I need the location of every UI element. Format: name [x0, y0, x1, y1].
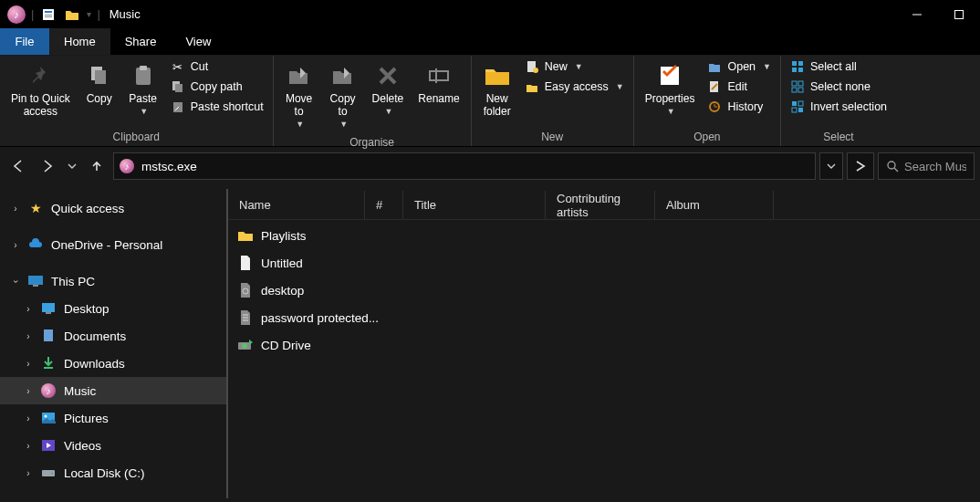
nav-local-disk[interactable]: › Local Disk (C:): [0, 459, 228, 486]
list-item[interactable]: password protected...: [228, 304, 980, 331]
invert-selection-icon: [790, 99, 805, 114]
file-list[interactable]: Playlists Untitled desktop password prot…: [228, 220, 980, 359]
group-new-label: New: [477, 129, 628, 146]
svg-rect-13: [430, 71, 448, 80]
col-album[interactable]: Album: [655, 191, 774, 219]
svg-rect-25: [798, 81, 803, 86]
chevron-right-icon[interactable]: ›: [11, 204, 20, 214]
ribbon-tab-strip: File Home Share View: [0, 28, 980, 56]
copy-path-button[interactable]: Copy path: [167, 78, 267, 96]
rename-button[interactable]: Rename: [412, 58, 464, 109]
easy-access-label: Easy access: [545, 80, 609, 93]
svg-rect-7: [95, 70, 106, 84]
nav-onedrive-label: OneDrive - Personal: [51, 238, 162, 252]
file-name: password protected...: [261, 311, 379, 325]
qat-properties-icon[interactable]: [39, 5, 57, 24]
select-none-button[interactable]: Select none: [787, 78, 891, 96]
properties-button[interactable]: Properties▼: [640, 58, 701, 121]
qat-sep-1: |: [31, 7, 34, 21]
select-all-button[interactable]: Select all: [787, 58, 891, 76]
address-history-button[interactable]: [819, 152, 843, 180]
back-button[interactable]: [5, 153, 31, 179]
chevron-down-icon: ▼: [575, 62, 583, 71]
open-button[interactable]: Open▼: [704, 58, 775, 76]
pin-to-quick-access-button[interactable]: Pin to Quick access: [5, 58, 76, 121]
nav-onedrive[interactable]: › OneDrive - Personal: [0, 231, 228, 258]
chevron-down-icon[interactable]: ›: [11, 277, 21, 286]
tab-file[interactable]: File: [0, 28, 49, 55]
up-button[interactable]: [84, 153, 109, 179]
quick-access-toolbar: ♪ | ▾ |: [0, 5, 100, 24]
cd-drive-icon: [237, 337, 254, 353]
chevron-right-icon[interactable]: ›: [24, 441, 33, 451]
minimize-button[interactable]: [896, 0, 938, 28]
select-none-icon: [790, 79, 805, 94]
nav-documents[interactable]: › Documents: [0, 322, 228, 350]
chevron-right-icon[interactable]: ›: [11, 240, 20, 250]
col-title[interactable]: Title: [403, 191, 546, 219]
cut-button[interactable]: ✂Cut: [167, 58, 267, 76]
chevron-right-icon[interactable]: ›: [24, 468, 33, 478]
qat-menu-caret[interactable]: ▾: [87, 9, 91, 19]
move-to-button[interactable]: Move to▼: [279, 58, 319, 134]
history-button[interactable]: History: [704, 98, 775, 116]
edit-button[interactable]: Edit: [704, 78, 775, 96]
list-item[interactable]: CD Drive: [228, 331, 980, 359]
nav-music[interactable]: › ♪ Music: [0, 377, 228, 404]
navigation-pane[interactable]: › ★ Quick access › OneDrive - Personal ›…: [0, 185, 228, 502]
nav-downloads[interactable]: › Downloads: [0, 350, 228, 377]
list-item[interactable]: Playlists: [228, 222, 980, 249]
paste-button[interactable]: Paste ▼: [123, 58, 163, 121]
tab-home[interactable]: Home: [49, 28, 110, 55]
group-clipboard: Pin to Quick access Copy Paste ▼ ✂Cut Co…: [0, 56, 274, 146]
drive-icon: [40, 465, 57, 481]
col-artists[interactable]: Contributing artists: [546, 191, 655, 219]
forward-button[interactable]: [35, 153, 60, 179]
new-item-button[interactable]: New▼: [521, 58, 628, 76]
nav-this-pc[interactable]: › This PC: [0, 267, 228, 295]
col-track[interactable]: #: [365, 191, 403, 219]
maximize-button[interactable]: [938, 0, 980, 28]
invert-selection-button[interactable]: Invert selection: [787, 98, 891, 116]
nav-videos[interactable]: › Videos: [0, 432, 228, 459]
delete-button[interactable]: Delete▼: [367, 58, 410, 121]
copy-button[interactable]: Copy: [79, 58, 120, 109]
group-new: New folder New▼ Easy access▼ New: [472, 56, 634, 146]
search-box[interactable]: [878, 152, 975, 180]
chevron-right-icon[interactable]: ›: [24, 359, 33, 369]
nav-desktop[interactable]: › Desktop: [0, 295, 228, 322]
nav-quick-access[interactable]: › ★ Quick access: [0, 194, 228, 222]
new-folder-button[interactable]: New folder: [477, 58, 517, 121]
address-bar[interactable]: ♪: [113, 152, 816, 180]
copy-to-button[interactable]: Copy to▼: [323, 58, 363, 134]
svg-line-33: [894, 168, 898, 172]
chevron-right-icon[interactable]: ›: [24, 386, 33, 396]
nav-videos-label: Videos: [64, 439, 101, 453]
qat-folder-icon[interactable]: [63, 5, 81, 24]
easy-access-button[interactable]: Easy access▼: [521, 78, 628, 96]
list-item[interactable]: Untitled: [228, 249, 980, 277]
paste-shortcut-button[interactable]: Paste shortcut: [167, 98, 267, 116]
nav-this-pc-label: This PC: [51, 275, 95, 288]
col-name[interactable]: Name: [228, 191, 365, 219]
search-input[interactable]: [904, 160, 966, 173]
chevron-right-icon[interactable]: ›: [24, 331, 33, 341]
chevron-right-icon[interactable]: ›: [24, 413, 33, 424]
chevron-down-icon: ▼: [296, 118, 304, 131]
window-app-icon[interactable]: ♪: [7, 5, 26, 24]
tab-share[interactable]: Share: [110, 28, 172, 55]
address-input[interactable]: [141, 160, 809, 173]
copy-path-icon: [171, 79, 185, 94]
nav-pictures[interactable]: › Pictures: [0, 404, 228, 432]
recent-locations-button[interactable]: [64, 153, 80, 179]
tab-view[interactable]: View: [171, 28, 225, 55]
nav-resize-handle[interactable]: [226, 189, 228, 498]
file-icon: [237, 255, 254, 271]
svg-rect-21: [798, 61, 803, 66]
list-item[interactable]: desktop: [228, 277, 980, 304]
chevron-right-icon[interactable]: ›: [24, 304, 33, 314]
go-button[interactable]: [847, 152, 874, 180]
svg-rect-23: [798, 68, 803, 72]
svg-rect-2: [45, 15, 52, 16]
svg-rect-9: [140, 66, 147, 70]
